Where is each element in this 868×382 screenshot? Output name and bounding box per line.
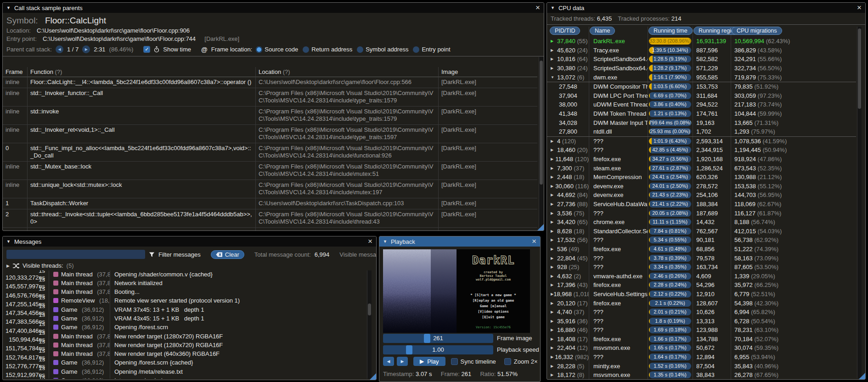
callstack-row[interactable]: 0std::_Func_impl_no_alloc<<lambda_5bc224… bbox=[3, 143, 537, 162]
cpu-row[interactable]: ▶16,332 (982)???1.64 s (0.17%)12,8946,95… bbox=[547, 353, 856, 362]
sync-timeline-checkbox[interactable] bbox=[451, 358, 458, 365]
cpu-row[interactable]: ▶3,536 (75)???20.05 s (2.08%)187,689116,… bbox=[547, 208, 856, 218]
callstack-resize-grip[interactable] bbox=[537, 224, 544, 230]
expander-icon[interactable]: ▶ bbox=[551, 310, 557, 314]
running-time-bar[interactable]: 24.01 s (2.50%) bbox=[649, 183, 691, 190]
expander-icon[interactable]: ▶ bbox=[551, 247, 557, 251]
callstack-row[interactable]: inlinestd::unique_lock<std::mutex>::lock… bbox=[3, 180, 537, 198]
cpu-row[interactable]: ▶4,740 (37)???2.01 s (0.21%)10,6266,994 … bbox=[547, 308, 856, 317]
callstack-row[interactable]: inlinestd::invokeC:\Program Files (x86)\… bbox=[3, 107, 537, 125]
cpu-row[interactable]: ▶17,396 (43)firefox.exe2.28 s (0.24%)54,… bbox=[547, 281, 856, 290]
expander-icon[interactable]: ▼ bbox=[551, 75, 557, 79]
play-button[interactable]: ▶ Play bbox=[413, 357, 445, 366]
cpu-row[interactable]: 34,028DWM Master Input Thread799.64 ms (… bbox=[547, 118, 856, 127]
expander-icon[interactable]: ▶ bbox=[551, 373, 557, 377]
cpu-row[interactable]: ▶4 (120)???1:01.9 (6.43%)2,593,3141,078,… bbox=[547, 136, 856, 146]
running-time-bar[interactable]: 11.11 s (1.15%) bbox=[649, 219, 691, 225]
cpu-row[interactable]: ▶28,228 (5)mintty.exe1.52 s (0.16%)87,50… bbox=[547, 361, 856, 371]
running-time-bar[interactable]: 34.27 s (3.56%) bbox=[649, 156, 691, 163]
running-time-bar[interactable]: 799.64 ms (0.08%) bbox=[649, 119, 691, 126]
expander-icon[interactable]: ▶ bbox=[551, 184, 555, 188]
cpu-row[interactable]: 37,904DWM LPC Port Thread6.69 s (0.70%)3… bbox=[547, 91, 856, 101]
col-frame[interactable]: Frame bbox=[3, 67, 27, 77]
expander-icon[interactable]: ▶ bbox=[551, 328, 557, 332]
running-time-bar[interactable]: 1:28.5 (9.19%) bbox=[649, 56, 691, 62]
frame-location-radio[interactable] bbox=[303, 46, 309, 53]
callstack-row[interactable]: inlineFloor::CalcLight::__l4::<lambda_5b… bbox=[3, 77, 537, 88]
message-filter-input[interactable] bbox=[6, 250, 145, 259]
callstack-row[interactable]: inlinestd::_Invoker_ret<void,1>::_CallC:… bbox=[3, 125, 537, 143]
running-time-bar[interactable]: 1.35 s (0.14%) bbox=[649, 371, 691, 378]
running-time-bar[interactable]: 27.61 s (2.87%) bbox=[649, 165, 691, 172]
running-time-bar[interactable]: 2.46 s (0.26%) bbox=[649, 273, 691, 280]
playback-speed-slider[interactable]: 1.00 bbox=[383, 345, 493, 354]
cpu-row[interactable]: 27,548DWM Compositor Thread1:03.5 (6.60%… bbox=[547, 82, 856, 91]
callstack-scrollbar[interactable] bbox=[539, 57, 543, 230]
expander-icon[interactable]: ▶ bbox=[551, 256, 557, 260]
cpu-row[interactable]: ▶536 (49)firefox.exe4.61 s (0.48%)68,856… bbox=[547, 245, 856, 254]
running-time-bar[interactable]: 21.43 s (2.23%) bbox=[649, 191, 691, 198]
expander-icon[interactable]: ▶ bbox=[551, 66, 557, 70]
running-time-bar[interactable]: 20.05 s (2.08%) bbox=[649, 210, 691, 217]
callstack-row[interactable]: 1TaskDispatch::WorkerC:\Users\wolf\Deskt… bbox=[3, 198, 537, 209]
next-frame-button[interactable]: ▶ bbox=[82, 45, 90, 53]
next-frame-button[interactable]: ▶ bbox=[397, 357, 408, 366]
running-time-bar[interactable]: 4.61 s (0.48%) bbox=[649, 246, 691, 253]
expander-icon[interactable]: ▶ bbox=[551, 229, 557, 233]
callstack-row[interactable]: 3beginthreadex[unknown][ucrtbase.dll] bbox=[3, 228, 537, 230]
cpu-row[interactable]: ▶18,968 (1,018)ServiceHub.SettingsHost.e… bbox=[547, 290, 856, 299]
messages-scrollbar[interactable] bbox=[367, 270, 372, 379]
cpu-row[interactable]: ▶30,060 (116)devenv.exe24.01 s (2.50%)27… bbox=[547, 182, 856, 191]
cpu-col-running-time[interactable]: Running time bbox=[648, 27, 693, 35]
cpu-row[interactable]: ▶18,460 (20)???42.85 s (4.45%)2,344,9151… bbox=[547, 146, 856, 155]
expander-icon[interactable]: ▶ bbox=[551, 157, 555, 161]
cpu-row[interactable]: ▶18,408 (17)firefox.exe1.66 s (0.17%)134… bbox=[547, 335, 856, 344]
running-time-bar[interactable]: 7.84 s (0.81%) bbox=[649, 228, 691, 235]
running-time-bar[interactable]: 1.8 s (0.19%) bbox=[649, 318, 691, 325]
cpu-col-cpu-migrations[interactable]: CPU migrations bbox=[732, 27, 782, 35]
collapse-icon[interactable]: ▼ bbox=[6, 239, 11, 244]
running-time-bar[interactable]: 6.69 s (0.70%) bbox=[649, 92, 691, 99]
messages-resize-grip[interactable] bbox=[370, 373, 376, 380]
close-icon[interactable]: × bbox=[368, 238, 372, 245]
callstack-row[interactable]: 2std::thread::_Invoke<std::tuple<<lambda… bbox=[3, 209, 537, 228]
cpu-row[interactable]: ▶37,840 (55)DarkRL.exe33:30.8 (208.96%)1… bbox=[547, 37, 856, 46]
frame-location-radio[interactable] bbox=[256, 46, 262, 53]
running-time-bar[interactable]: 25.93 ms (0.00%) bbox=[649, 128, 691, 135]
running-time-bar[interactable]: 2.28 s (0.24%) bbox=[649, 281, 691, 288]
cpu-resize-grip[interactable] bbox=[859, 373, 865, 379]
expander-icon[interactable]: ▶ bbox=[551, 211, 557, 215]
expander-icon[interactable]: ▶ bbox=[551, 346, 557, 350]
cpu-row[interactable]: ▶22,804 (45)???3.78 s (0.39%)79,57858,16… bbox=[547, 253, 856, 263]
running-time-bar[interactable]: 1.52 s (0.16%) bbox=[649, 363, 691, 370]
cpu-row[interactable]: ▶20,120 (17)firefox.exe2.1 s (0.22%)128,… bbox=[547, 298, 856, 308]
expander-icon[interactable]: ▶ bbox=[551, 220, 557, 224]
col-location[interactable]: Location (?) bbox=[255, 67, 438, 77]
close-icon[interactable]: × bbox=[857, 5, 862, 11]
cpu-row[interactable]: 38,000uDWM Event Thread3.86 s (0.40%)294… bbox=[547, 100, 856, 109]
expander-icon[interactable]: ▶ bbox=[551, 355, 555, 359]
running-time-bar[interactable]: 1:03.5 (6.60%) bbox=[649, 83, 691, 90]
running-time-bar[interactable]: 1:28.2 (9.17%) bbox=[649, 65, 691, 72]
expand-icon[interactable]: ▶ bbox=[6, 264, 10, 268]
running-time-bar[interactable]: 3.86 s (0.40%) bbox=[649, 101, 691, 108]
expander-icon[interactable]: ▶ bbox=[551, 265, 557, 269]
expander-icon[interactable]: ▶ bbox=[551, 193, 557, 197]
expander-icon[interactable]: ▶ bbox=[551, 148, 557, 152]
expander-icon[interactable]: ▶ bbox=[551, 337, 557, 341]
cpu-row[interactable]: ▶27,736 (88)ServiceHub.DataWarehouse21.4… bbox=[547, 200, 856, 209]
cpu-row[interactable]: ▶928 (25)???3.34 s (0.35%)163,73487,605 … bbox=[547, 263, 856, 272]
running-time-bar[interactable]: 2.1 s (0.22%) bbox=[649, 300, 691, 307]
cpu-row[interactable]: ▼13,072 (6)dwm.exe1:16.1 (7.90%)955,5857… bbox=[547, 73, 856, 82]
cpu-row[interactable]: ▶10,816 (64)ScriptedSandbox64.exe1:28.5 … bbox=[547, 55, 856, 64]
expander-icon[interactable]: ▶ bbox=[551, 57, 557, 61]
playback-titlebar[interactable]: ▼ Playback × bbox=[379, 236, 540, 247]
expander-icon[interactable]: ▶ bbox=[551, 319, 557, 323]
running-time-bar[interactable]: 1:01.9 (6.43%) bbox=[649, 138, 691, 145]
frame-location-radio[interactable] bbox=[413, 46, 419, 53]
expander-icon[interactable]: ▶ bbox=[551, 175, 557, 179]
running-time-bar[interactable]: 1.66 s (0.17%) bbox=[649, 336, 691, 343]
collapse-icon[interactable]: ▼ bbox=[383, 239, 387, 244]
cpu-col-pid-tid[interactable]: PID/TID bbox=[550, 27, 580, 35]
cpu-row[interactable]: ▶34,420 (65)chrome.exe11.11 s (1.15%)14,… bbox=[547, 218, 856, 227]
